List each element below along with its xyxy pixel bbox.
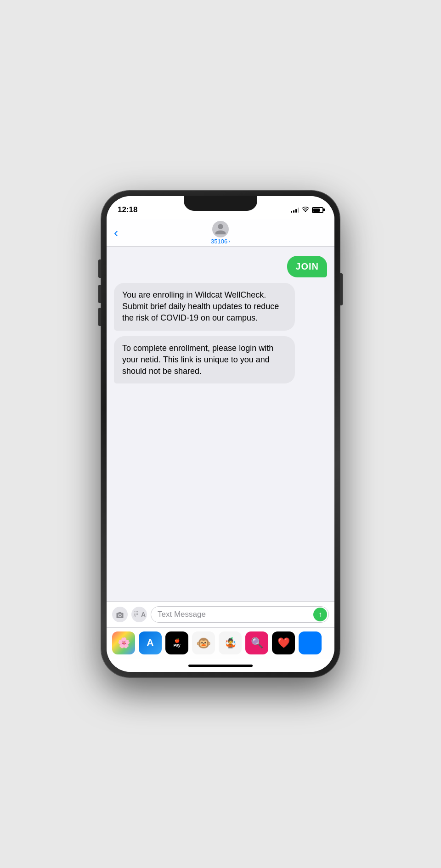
- chevron-right-icon: ›: [228, 238, 230, 244]
- photos-icon: 🌸: [118, 637, 130, 649]
- input-area: A A Text Message ↑: [107, 601, 334, 627]
- messages-area: JOIN You are enrolling in Wildcat WellCh…: [107, 247, 334, 601]
- app-search-red[interactable]: 🔍: [245, 631, 268, 654]
- status-time: 12:18: [118, 205, 137, 214]
- emoji-mix-icon: 🤹: [224, 637, 237, 649]
- phone-inner: 12:18 ‹: [107, 196, 334, 672]
- search-red-icon: 🔍: [251, 637, 263, 649]
- app-appstore[interactable]: A: [139, 631, 162, 654]
- app-heart-black[interactable]: ❤️: [272, 631, 295, 654]
- app-photos[interactable]: 🌸: [112, 631, 135, 654]
- app-monkey[interactable]: 🐵: [192, 631, 215, 654]
- bubble-received-2: To complete enrollment, please login wit…: [114, 336, 295, 384]
- notch: [184, 196, 257, 211]
- screen: 12:18 ‹: [107, 196, 334, 672]
- app-dock: 🌸 A 🍎 Pay 🐵 🤹 🔍 ❤: [107, 627, 334, 659]
- contact-number: 35106: [211, 238, 227, 245]
- text-input-container[interactable]: Text Message ↑: [151, 606, 329, 623]
- message-received-2: To complete enrollment, please login wit…: [114, 336, 295, 384]
- status-bar: 12:18: [107, 196, 334, 219]
- signal-icon: [291, 207, 299, 213]
- bubble-received-1: You are enrolling in Wildcat WellCheck. …: [114, 283, 295, 331]
- back-arrow-icon: ‹: [114, 225, 118, 240]
- app-emoji-mix[interactable]: 🤹: [219, 631, 242, 654]
- appstore-dock-icon: A: [147, 637, 154, 649]
- person-icon: [214, 223, 227, 236]
- wifi-icon: [302, 207, 309, 214]
- home-indicator: [107, 659, 334, 672]
- message-received-1: You are enrolling in Wildcat WellCheck. …: [114, 283, 295, 331]
- message-sent-join: JOIN: [287, 256, 327, 277]
- svg-point-0: [119, 614, 121, 617]
- app-apple-pay[interactable]: 🍎 Pay: [165, 631, 188, 654]
- appstore-button[interactable]: A A: [131, 607, 147, 622]
- appstore-icon: A: [133, 610, 141, 619]
- apple-pay-label: Pay: [173, 643, 180, 648]
- app-blue-partial[interactable]: [299, 631, 322, 654]
- heart-icon: ❤️: [277, 637, 290, 649]
- battery-icon: [312, 207, 323, 213]
- camera-icon: [116, 611, 124, 618]
- send-arrow-icon: ↑: [318, 610, 322, 619]
- home-bar: [188, 665, 253, 667]
- send-button[interactable]: ↑: [313, 608, 327, 621]
- text-input-placeholder: Text Message: [158, 610, 206, 619]
- back-button[interactable]: ‹: [114, 225, 118, 240]
- contact-info[interactable]: 35106 ›: [211, 221, 230, 245]
- bubble-sent-join: JOIN: [287, 256, 327, 277]
- svg-text:A: A: [133, 614, 136, 618]
- status-icons: [291, 207, 323, 214]
- contact-name-row: 35106 ›: [211, 238, 230, 245]
- phone-frame: 12:18 ‹: [101, 191, 340, 677]
- monkey-icon: 🐵: [196, 636, 211, 650]
- avatar: [212, 221, 229, 237]
- apple-pay-icon: 🍎: [175, 639, 180, 643]
- nav-bar: ‹ 35106 ›: [107, 219, 334, 247]
- camera-button[interactable]: [112, 607, 128, 622]
